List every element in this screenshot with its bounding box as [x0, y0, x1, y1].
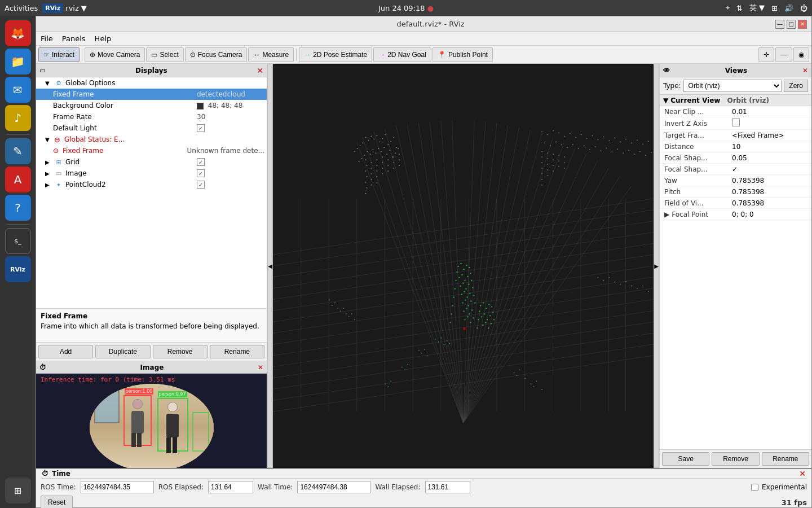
- svg-line-173: [464, 160, 598, 423]
- views-type-select[interactable]: Orbit (rviz) FPS (rviz) TopDownOrtho (rv…: [683, 80, 782, 92]
- svg-rect-112: [555, 142, 556, 142]
- fixed-frame-item[interactable]: Fixed Frame detectedcloud: [36, 89, 267, 100]
- default-light-checkbox[interactable]: [197, 124, 205, 132]
- grid-item[interactable]: ▶ ⊞ Grid: [36, 156, 267, 168]
- maximize-button[interactable]: □: [787, 20, 796, 29]
- add-axis-button[interactable]: ✛: [758, 47, 774, 62]
- pose-estimate-button[interactable]: → 2D Pose Estimate: [299, 47, 372, 62]
- svg-line-7: [273, 288, 654, 344]
- svg-rect-180: [466, 265, 467, 266]
- image-panel-close[interactable]: ✕: [258, 364, 263, 371]
- fixed-frame-error-item[interactable]: ⊖ Fixed Frame Unknown frame dete...: [36, 145, 267, 156]
- svg-rect-138: [547, 158, 548, 159]
- minimize-button[interactable]: —: [775, 20, 784, 29]
- dock-rviz[interactable]: RViz: [5, 256, 31, 282]
- dock-terminal[interactable]: $_: [5, 228, 31, 254]
- svg-rect-83: [387, 170, 388, 171]
- views-zero-button[interactable]: Zero: [784, 80, 808, 92]
- dock-thunderbird[interactable]: ✉: [5, 77, 31, 103]
- dock-libreoffice[interactable]: ✎: [5, 138, 31, 164]
- svg-rect-55: [389, 150, 390, 151]
- app-name-label[interactable]: RViz rviz ▼: [42, 3, 86, 13]
- experimental-checkbox[interactable]: [751, 484, 758, 491]
- global-status-arrow[interactable]: ▼: [45, 137, 52, 143]
- views-remove-button[interactable]: Remove: [712, 452, 759, 466]
- grid-checkbox[interactable]: [197, 158, 205, 166]
- focal-point-arrow[interactable]: ▶: [664, 211, 669, 218]
- background-color-swatch: [197, 103, 204, 110]
- svg-rect-195: [461, 294, 462, 295]
- views-save-button[interactable]: Save: [662, 452, 709, 466]
- reset-button[interactable]: Reset: [41, 496, 73, 508]
- right-collapse-arrow[interactable]: ▶: [654, 64, 659, 468]
- ros-time-input[interactable]: [81, 481, 154, 493]
- dock-help[interactable]: ?: [5, 195, 31, 221]
- duplicate-button[interactable]: Duplicate: [95, 345, 150, 358]
- left-collapse-arrow[interactable]: ◀: [267, 64, 273, 468]
- measure-button[interactable]: ↔ Measure: [248, 47, 294, 62]
- select-icon: ▭: [151, 51, 157, 59]
- background-color-item[interactable]: Background Color 48; 48; 48: [36, 100, 267, 111]
- default-light-item[interactable]: Default Light: [36, 122, 267, 134]
- menu-help[interactable]: Help: [95, 34, 112, 43]
- image-item[interactable]: ▶ ▭ Image: [36, 168, 267, 179]
- network2-icon: ⊞: [771, 4, 778, 12]
- invert-z-checkbox[interactable]: [732, 119, 740, 126]
- views-close-button[interactable]: ✕: [802, 67, 808, 75]
- svg-rect-142: [553, 154, 553, 154]
- svg-rect-57: [395, 152, 395, 153]
- lang-indicator[interactable]: 英 ▼: [749, 3, 765, 13]
- time-close-button[interactable]: ✕: [799, 469, 806, 478]
- select-button[interactable]: ▭ Select: [146, 47, 183, 62]
- views-rename-button[interactable]: Rename: [762, 452, 809, 466]
- image-checkbox[interactable]: [197, 169, 205, 177]
- displays-description: Fixed Frame Frame into which all data is…: [36, 308, 267, 342]
- pointcloud2-arrow[interactable]: ▶: [45, 182, 52, 188]
- pointcloud2-checkbox[interactable]: [197, 181, 205, 189]
- wall-elapsed-input[interactable]: [425, 481, 470, 493]
- field-of-vi-value: 0.785398: [732, 199, 807, 207]
- subtract-button[interactable]: —: [775, 47, 792, 62]
- svg-rect-131: [541, 156, 542, 157]
- remove-button[interactable]: Remove: [153, 345, 208, 358]
- pointcloud2-item[interactable]: ▶ ✦ PointCloud2: [36, 179, 267, 190]
- global-options-item[interactable]: ▼ ⚙ Global Options: [36, 77, 267, 89]
- 3d-viewport[interactable]: [273, 64, 654, 468]
- dock-files[interactable]: 📁: [5, 49, 31, 75]
- svg-rect-135: [541, 179, 542, 179]
- image-arrow[interactable]: ▶: [45, 170, 52, 177]
- sound-icon[interactable]: 🔊: [784, 4, 793, 12]
- close-button[interactable]: ✕: [798, 20, 807, 29]
- svg-rect-0: [273, 86, 654, 445]
- toolbar-sep1: [82, 49, 82, 61]
- dropdown-arrow[interactable]: ▼: [81, 4, 87, 12]
- menu-file[interactable]: File: [41, 34, 53, 43]
- dock-appstore[interactable]: A: [5, 167, 31, 192]
- grid-arrow[interactable]: ▶: [45, 159, 52, 165]
- dock-firefox[interactable]: 🦊: [5, 20, 31, 46]
- add-button[interactable]: Add: [38, 345, 93, 358]
- wall-time-input[interactable]: [297, 481, 370, 493]
- move-camera-button[interactable]: ⊕ Move Camera: [85, 47, 145, 62]
- current-view-header[interactable]: ▼ Current View Orbit (rviz): [660, 95, 811, 106]
- displays-close-button[interactable]: ✕: [257, 66, 263, 75]
- expand-arrow[interactable]: ▼: [45, 80, 52, 86]
- menu-panels[interactable]: Panels: [62, 34, 86, 43]
- camera-settings-button[interactable]: ◉: [793, 47, 809, 62]
- activities-label[interactable]: Activities: [5, 4, 38, 12]
- dock-divider1: [7, 134, 29, 135]
- frame-rate-item[interactable]: Frame Rate 30: [36, 111, 267, 122]
- interact-button[interactable]: ☞ Interact: [38, 47, 80, 62]
- dock-grid[interactable]: ⊞: [5, 478, 31, 503]
- recording-dot: ●: [427, 4, 434, 12]
- focus-camera-button[interactable]: ⊙ Focus Camera: [185, 47, 248, 62]
- global-status-item[interactable]: ▼ ⊖ Global Status: E...: [36, 134, 267, 145]
- publish-point-button[interactable]: 📍 Publish Point: [433, 47, 493, 62]
- rename-button[interactable]: Rename: [210, 345, 264, 358]
- nav-goal-button[interactable]: → 2D Nav Goal: [373, 47, 431, 62]
- svg-rect-81: [387, 159, 388, 160]
- dock-rhythmbox[interactable]: ♪: [5, 105, 31, 131]
- power-icon[interactable]: ⏻: [800, 4, 807, 12]
- current-view-arrow[interactable]: ▼: [663, 97, 668, 104]
- ros-elapsed-input[interactable]: [208, 481, 253, 493]
